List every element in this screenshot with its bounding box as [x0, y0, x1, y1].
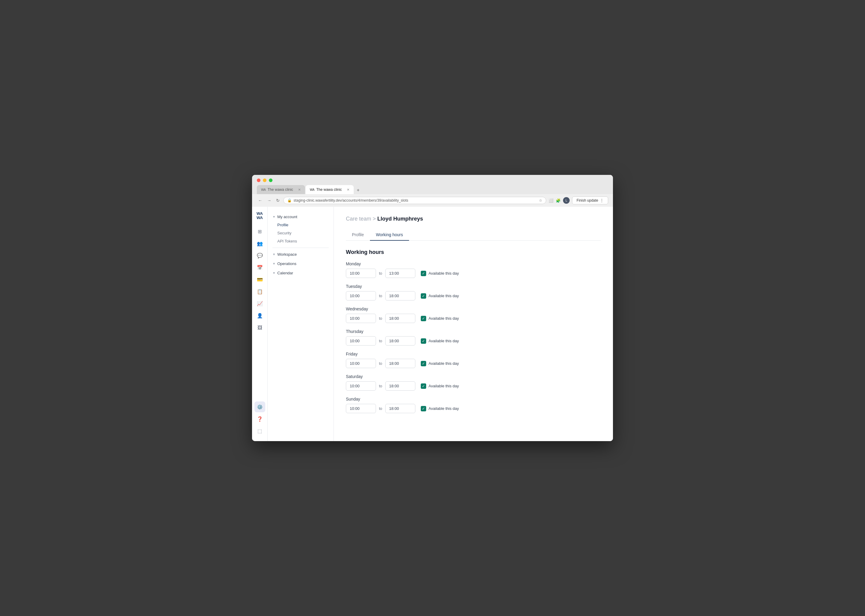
my-account-header[interactable]: ▼ My account: [268, 213, 334, 221]
available-label-thursday: Available this day: [429, 339, 459, 343]
to-label-monday: to: [379, 271, 382, 275]
day-label-tuesday: Tuesday: [346, 284, 601, 289]
to-label-tuesday: to: [379, 294, 382, 298]
nav-section-calendar: ▼ Calendar: [268, 269, 334, 277]
sidebar-icon-dashboard[interactable]: ⊞: [254, 226, 265, 237]
sidebar-icon-chat[interactable]: 💬: [254, 250, 265, 261]
tab-close-1[interactable]: ✕: [298, 188, 301, 192]
to-input-thursday[interactable]: [385, 336, 415, 346]
available-checkbox-wednesday[interactable]: ✓: [421, 316, 426, 321]
calendar-chevron: ▼: [273, 271, 276, 275]
available-checkbox-tuesday[interactable]: ✓: [421, 293, 426, 299]
operations-header[interactable]: ▼ Operations: [268, 259, 334, 268]
minimize-button[interactable]: [263, 179, 266, 182]
time-row-wednesday: to ✓ Available this day: [346, 314, 601, 323]
to-input-saturday[interactable]: [385, 381, 415, 391]
from-input-thursday[interactable]: [346, 336, 376, 346]
available-check-thursday: ✓ Available this day: [421, 338, 459, 344]
reload-button[interactable]: ↻: [275, 197, 281, 204]
day-label-thursday: Thursday: [346, 329, 601, 334]
address-bar[interactable]: 🔒 staging-clinic.wawafertility.dev/accou…: [283, 197, 546, 204]
time-row-saturday: to ✓ Available this day: [346, 381, 601, 391]
available-checkbox-monday[interactable]: ✓: [421, 271, 426, 276]
nav-item-security[interactable]: Security: [268, 229, 334, 237]
to-input-wednesday[interactable]: [385, 314, 415, 323]
sidebar-icon-help[interactable]: ❓: [254, 413, 265, 424]
finish-update-menu-icon: ⋮: [600, 198, 603, 203]
available-checkbox-saturday[interactable]: ✓: [421, 383, 426, 389]
sidebar-icon-settings[interactable]: ⚙️: [254, 401, 265, 412]
to-label-sunday: to: [379, 406, 382, 411]
sidebar-icon-billing[interactable]: 💳: [254, 274, 265, 285]
breadcrumb-separator: >: [373, 216, 377, 222]
day-label-sunday: Sunday: [346, 397, 601, 401]
nav-section-my-account: ▼ My account Profile Security API Tokens: [268, 213, 334, 245]
user-avatar[interactable]: L: [563, 197, 570, 204]
nav-item-profile[interactable]: Profile: [268, 221, 334, 229]
avatar-initials: L: [566, 199, 567, 202]
available-checkbox-friday[interactable]: ✓: [421, 361, 426, 366]
from-input-friday[interactable]: [346, 359, 376, 368]
day-label-monday: Monday: [346, 261, 601, 266]
close-button[interactable]: [257, 179, 260, 182]
back-button[interactable]: ←: [257, 197, 263, 204]
forward-button[interactable]: →: [266, 197, 273, 204]
to-label-thursday: to: [379, 339, 382, 343]
from-input-saturday[interactable]: [346, 381, 376, 391]
available-check-wednesday: ✓ Available this day: [421, 316, 459, 321]
sidebar-icon-media[interactable]: 🖼: [254, 322, 265, 333]
workspace-header[interactable]: ▼ Workspace: [268, 250, 334, 258]
nav-section-operations: ▼ Operations: [268, 259, 334, 268]
workspace-chevron: ▼: [273, 253, 276, 256]
nav-sidebar: ▼ My account Profile Security API Tokens…: [268, 207, 334, 441]
sidebar-icon-team[interactable]: 👥: [254, 238, 265, 249]
app-logo: WA WA: [257, 212, 263, 220]
calendar-header[interactable]: ▼ Calendar: [268, 269, 334, 277]
new-tab-button[interactable]: +: [354, 186, 362, 194]
available-checkbox-thursday[interactable]: ✓: [421, 338, 426, 344]
from-input-tuesday[interactable]: [346, 291, 376, 300]
working-hours-title: Working hours: [346, 249, 601, 255]
day-block-monday: Monday to ✓ Available this day: [346, 261, 601, 278]
to-input-monday[interactable]: [385, 269, 415, 278]
time-row-thursday: to ✓ Available this day: [346, 336, 601, 346]
to-label-saturday: to: [379, 384, 382, 388]
tab-title-1: The wawa clinic: [268, 187, 293, 192]
available-label-sunday: Available this day: [429, 406, 459, 411]
from-input-sunday[interactable]: [346, 404, 376, 413]
sidebar-icon-logout[interactable]: ⬚: [254, 426, 265, 436]
to-input-tuesday[interactable]: [385, 291, 415, 300]
tab-favicon-1: WA: [261, 188, 266, 192]
nav-item-api-tokens[interactable]: API Tokens: [268, 237, 334, 245]
day-block-wednesday: Wednesday to ✓ Available this day: [346, 306, 601, 323]
browser-tab-2[interactable]: WA The wawa clinic ✕: [306, 185, 354, 194]
nav-separator-1: [273, 248, 329, 248]
breadcrumb-parent: Care team: [346, 216, 371, 222]
tab-profile[interactable]: Profile: [346, 229, 370, 241]
tab-title-2: The wawa clinic: [317, 187, 342, 192]
browser-tab-1[interactable]: WA The wawa clinic ✕: [257, 185, 305, 194]
available-checkbox-sunday[interactable]: ✓: [421, 406, 426, 412]
sidebar-icon-patient[interactable]: 👤: [254, 310, 265, 321]
day-block-sunday: Sunday to ✓ Available this day: [346, 397, 601, 413]
day-block-saturday: Saturday to ✓ Available this day: [346, 374, 601, 391]
to-input-friday[interactable]: [385, 359, 415, 368]
available-label-saturday: Available this day: [429, 384, 459, 388]
tab-close-2[interactable]: ✕: [347, 188, 350, 192]
finish-update-button[interactable]: Finish update ⋮: [572, 196, 608, 204]
time-row-sunday: to ✓ Available this day: [346, 404, 601, 413]
sidebar-icon-analytics[interactable]: 📈: [254, 299, 265, 309]
to-input-sunday[interactable]: [385, 404, 415, 413]
day-block-thursday: Thursday to ✓ Available this day: [346, 329, 601, 346]
maximize-button[interactable]: [269, 179, 273, 182]
sidebar-icon-calendar[interactable]: 📅: [254, 262, 265, 273]
main-content: Care team > Lloyd Humphreys Profile Work…: [334, 207, 613, 441]
star-icon: ☆: [539, 198, 542, 203]
calendar-label: Calendar: [277, 271, 293, 275]
from-input-monday[interactable]: [346, 269, 376, 278]
sidebar-icon-tasks[interactable]: 📋: [254, 286, 265, 297]
tab-working-hours[interactable]: Working hours: [370, 229, 409, 241]
from-input-wednesday[interactable]: [346, 314, 376, 323]
lock-icon: 🔒: [287, 198, 292, 203]
operations-chevron: ▼: [273, 262, 276, 266]
